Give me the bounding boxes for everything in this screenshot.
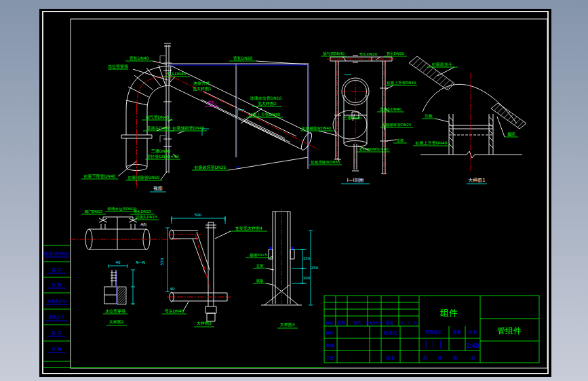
part-label: 弯头DN15 xyxy=(134,209,152,214)
part-label: 虹吸下降管DN40 xyxy=(84,174,116,179)
part-label: 盖接头DN40 xyxy=(147,125,171,130)
part-label: 抽气管DN40 xyxy=(146,115,170,120)
dimension-text: 100 xyxy=(303,276,311,280)
part-label: 连接方式 xyxy=(193,81,210,86)
slope-note: 坡向 xyxy=(208,100,215,104)
part-label: 虹吸上升管DN40 xyxy=(249,112,281,117)
registry-row: 底图总号 xyxy=(49,315,65,320)
dimension-text: 500 xyxy=(195,213,202,217)
part-label: 屋面 xyxy=(507,132,515,137)
change-col-header: 签名 xyxy=(386,320,394,325)
sheet-zhang-label: 张 xyxy=(438,355,443,361)
part-label: 弯头DN40 xyxy=(167,71,187,77)
change-col-header: 处数 xyxy=(337,320,346,325)
dimension-text: 250 xyxy=(311,266,319,270)
detail-caption: 大样图4 xyxy=(280,322,295,327)
part-label: 管长DN20 xyxy=(387,52,405,56)
direction-note: A向 xyxy=(140,222,146,226)
weight-label: 重量 xyxy=(452,329,461,334)
part-label: 水位管穿墙 xyxy=(105,308,125,314)
part-label: 虹吸排除管DN50 xyxy=(311,160,340,165)
part-label: 底板 xyxy=(256,279,264,283)
part-label: 弯头DN20 xyxy=(359,52,378,57)
change-col-header: 分区 xyxy=(353,320,361,325)
part-label: 扁钢50×5 xyxy=(250,253,268,258)
role-design: 设计 xyxy=(326,330,336,336)
dimension-text: 40 xyxy=(170,287,175,291)
scale-value: 1:40 xyxy=(466,342,479,349)
dimension-text: 150 xyxy=(303,256,311,260)
part-label: 虹吸排除管DN50 xyxy=(128,175,160,180)
part-label: 弯头DN40 xyxy=(165,308,184,314)
part-label: 变径管DN50×40 xyxy=(146,154,179,159)
dimension-text: 40 xyxy=(116,260,121,264)
part-label: 支架 xyxy=(256,264,264,268)
detail-caption: 大样图2 xyxy=(109,319,124,325)
weld-mark xyxy=(291,247,293,249)
part-label: 支架 xyxy=(397,138,405,143)
part-label: 管长DN20 xyxy=(233,56,253,61)
part-label: 虹吸上升管DN40 xyxy=(416,140,448,146)
part-label: 盖接头DN40 xyxy=(380,107,401,112)
part-label: 变径管DN50×40 xyxy=(359,147,389,152)
registry-row: 签 字 xyxy=(52,267,62,272)
part-label: 虹吸辅助管DN40 xyxy=(302,126,332,131)
part-label: 支架见大样图4 xyxy=(235,226,262,231)
section-label: N—N xyxy=(136,260,145,264)
change-col-header: 标记 xyxy=(326,320,334,325)
scale-label: 比例 xyxy=(469,329,477,335)
drawing-title: 管组件 xyxy=(497,326,522,336)
part-label: 见大样图2 xyxy=(258,101,277,106)
change-col-header: 年、月、日 xyxy=(401,321,418,325)
stage-label: 阶段标记 xyxy=(426,329,442,335)
part-label: 虹吸雨水斗 xyxy=(432,62,452,66)
part-label: 虹吸破坏管DN25 xyxy=(195,165,227,170)
registry-row: 日 期 xyxy=(52,346,62,352)
sheet-no-label: 第 xyxy=(453,355,458,361)
part-label: 活接头DN15 xyxy=(136,215,157,220)
view-caption: Ⅰ—Ⅰ剖面 xyxy=(347,178,364,183)
part-label: 三通DN40 xyxy=(344,115,362,120)
part-label: 见大样图1 xyxy=(193,86,212,92)
part-label: 三通DN40 xyxy=(151,148,171,153)
view-caption: 视图 xyxy=(153,186,163,191)
part-label: 阀门DN15 xyxy=(85,209,103,214)
part-label: 抽气管DN40 xyxy=(323,52,345,56)
part-label: 压板 xyxy=(425,113,433,118)
cad-canvas: 借(通)用件登记 签 字 日 期 旧底图总号 底图总号 签 字 日 期 标记 处… xyxy=(0,0,588,381)
change-col-header: 更改文件号 xyxy=(366,321,383,325)
dimension-text: 550 xyxy=(160,258,164,265)
view-caption: 大样图1 xyxy=(468,178,485,183)
sheet-zhang-label: 张 xyxy=(471,355,476,361)
registry-row: 签 字 xyxy=(52,330,62,335)
weld-mark xyxy=(270,247,272,249)
registry-row: 日 期 xyxy=(52,282,62,287)
sheet-total-label: 共 xyxy=(423,355,428,361)
role-approve: 批准 xyxy=(387,355,396,361)
registry-row: 旧底图总号 xyxy=(47,299,66,304)
part-label: 玻璃水位管DN10 xyxy=(250,96,282,101)
role-standard: 标准化 xyxy=(383,330,397,336)
detail-caption: 大样图3 xyxy=(197,321,212,326)
part-label: 虹吸上升管DN40 xyxy=(387,81,416,85)
part-label: 虹吸辅助管DN40 xyxy=(173,125,205,131)
part-label: 水位管穿墙 xyxy=(108,64,128,69)
registry-row: 借(通)用件登记 xyxy=(44,251,70,256)
part-label: 虹吸破坏管DN25 xyxy=(383,123,412,127)
role-process: 工艺 xyxy=(326,355,336,361)
part-label: 玻璃水位管DN10 xyxy=(107,207,137,212)
part-label: 管长DN40 xyxy=(130,56,149,61)
role-check: 审核 xyxy=(326,343,336,348)
part-name: 组件 xyxy=(440,308,458,318)
